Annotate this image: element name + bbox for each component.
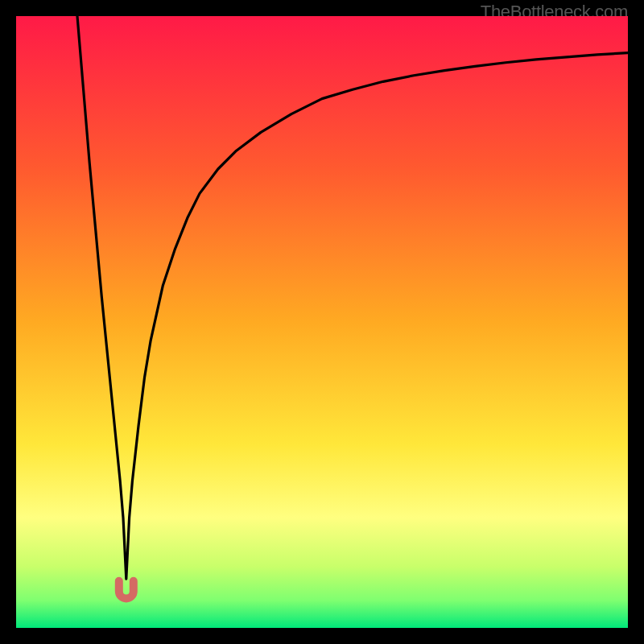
chart-frame xyxy=(16,16,628,628)
chart-plot xyxy=(16,16,628,628)
chart-background xyxy=(16,16,628,628)
